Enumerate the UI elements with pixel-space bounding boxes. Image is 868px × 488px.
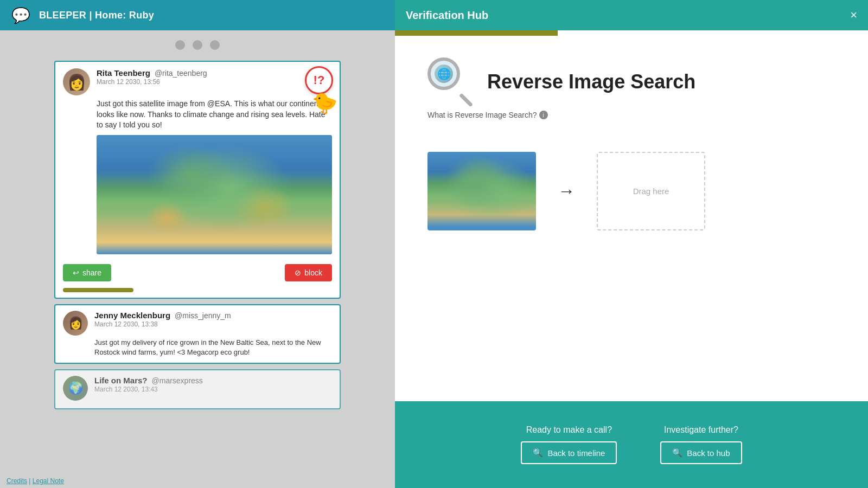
image-comparison: → Drag here bbox=[427, 152, 705, 230]
footer-hub-section: Investigate further? 🔍 Back to hub bbox=[660, 425, 742, 464]
post-progress-bar bbox=[63, 288, 133, 292]
alert-label: !? bbox=[314, 73, 325, 87]
hub-title: Verification Hub bbox=[406, 9, 488, 22]
credits-link[interactable]: Credits bbox=[7, 477, 27, 485]
post-handle-2: @miss_jenny_m bbox=[175, 311, 231, 320]
top-bar: 💬 BLEEPER | Home: Ruby bbox=[0, 0, 395, 30]
credits-bar: Credits | Legal Note bbox=[0, 474, 71, 488]
share-icon: ↩ bbox=[73, 268, 79, 277]
footer-timeline-section: Ready to make a call? 🔍 Back to timeline bbox=[521, 425, 617, 464]
post-header-1: 👩 Rita Teenberg @rita_teenberg March 12 … bbox=[55, 62, 340, 98]
info-icon[interactable]: i bbox=[539, 111, 548, 119]
post-handle-3: @marsexpress bbox=[152, 376, 203, 385]
speech-bubbles-icon: 💬 bbox=[11, 7, 30, 24]
hub-btn-icon: 🔍 bbox=[672, 448, 682, 458]
block-icon: ⊘ bbox=[295, 268, 301, 277]
post-author-3: Life on Mars? bbox=[94, 376, 148, 385]
back-hub-label: Back to hub bbox=[687, 448, 730, 458]
back-timeline-label: Back to timeline bbox=[547, 448, 605, 458]
block-label: block bbox=[304, 268, 322, 277]
post-text-1: Just got this satellite image from @ESA.… bbox=[55, 98, 340, 135]
ready-label: Ready to make a call? bbox=[526, 425, 612, 435]
avatar-3: 🌍 bbox=[63, 376, 88, 401]
post-meta-3: Life on Mars? @marsexpress March 12 2030… bbox=[94, 376, 332, 393]
satellite-map-1 bbox=[97, 135, 332, 254]
post-handle-1: @rita_teenberg bbox=[155, 69, 207, 78]
avatar-1: 👩 bbox=[63, 68, 90, 95]
tool-header: 🌐 Reverse Image Search bbox=[427, 57, 695, 106]
arrow-icon: → bbox=[558, 181, 575, 201]
nav-dot-3[interactable] bbox=[210, 40, 220, 50]
nav-dots bbox=[0, 30, 395, 55]
duck-emoji: 🐤 bbox=[312, 91, 337, 115]
block-button[interactable]: ⊘ block bbox=[285, 264, 332, 281]
back-to-hub-button[interactable]: 🔍 Back to hub bbox=[660, 441, 742, 464]
tool-title: Reverse Image Search bbox=[487, 70, 695, 93]
post-header-2: 👩 Jenny Mecklenburg @miss_jenny_m March … bbox=[63, 311, 332, 336]
alert-badge: !? bbox=[305, 66, 333, 94]
nav-dot-1[interactable] bbox=[175, 40, 185, 50]
app-title: BLEEPER | Home: Ruby bbox=[39, 10, 154, 21]
investigate-label: Investigate further? bbox=[664, 425, 738, 435]
avatar-img-1: 👩 bbox=[63, 68, 90, 95]
avatar-2: 👩 bbox=[63, 311, 88, 336]
what-is-container: What is Reverse Image Search? i bbox=[427, 111, 548, 119]
post-image-1 bbox=[97, 135, 332, 254]
hub-top-bar: Verification Hub × bbox=[395, 0, 868, 30]
timeline-btn-icon: 🔍 bbox=[533, 448, 543, 458]
post-card-1: 👩 Rita Teenberg @rita_teenberg March 12 … bbox=[54, 61, 341, 299]
source-map bbox=[427, 152, 536, 230]
close-button[interactable]: × bbox=[850, 9, 857, 21]
share-label: share bbox=[82, 268, 101, 277]
what-is-label: What is Reverse Image Search? bbox=[427, 111, 537, 119]
app-icon: 💬 bbox=[9, 3, 33, 27]
tool-icon: 🌐 bbox=[427, 57, 476, 106]
post-date-2: March 12 2030, 13:38 bbox=[94, 320, 332, 328]
timeline: 👩 Rita Teenberg @rita_teenberg March 12 … bbox=[0, 55, 395, 488]
post-header-3: 🌍 Life on Mars? @marsexpress March 12 20… bbox=[63, 376, 332, 401]
left-panel: 💬 BLEEPER | Home: Ruby 👩 Rita Teenberg @… bbox=[0, 0, 395, 488]
post-date-1: March 12 2030, 13:56 bbox=[97, 78, 332, 86]
source-image bbox=[427, 152, 536, 230]
hub-progress-bar bbox=[395, 30, 558, 36]
hub-content: 🌐 Reverse Image Search What is Reverse I… bbox=[395, 36, 868, 401]
post-author-2: Jenny Mecklenburg bbox=[94, 311, 170, 320]
post-text-2: Just got my delivery of rice grown in th… bbox=[63, 338, 332, 357]
legal-link[interactable]: Legal Note bbox=[33, 477, 64, 485]
back-to-timeline-button[interactable]: 🔍 Back to timeline bbox=[521, 441, 617, 464]
post-card-3: 🌍 Life on Mars? @marsexpress March 12 20… bbox=[54, 369, 341, 409]
post-date-3: March 12 2030, 13:43 bbox=[94, 386, 332, 393]
nav-dot-2[interactable] bbox=[193, 40, 202, 50]
post-meta-1: Rita Teenberg @rita_teenberg March 12 20… bbox=[97, 68, 332, 86]
post-actions-1: ↩ share ⊘ block bbox=[55, 260, 340, 288]
post-author-1: Rita Teenberg bbox=[97, 68, 150, 78]
hub-footer: Ready to make a call? 🔍 Back to timeline… bbox=[395, 401, 868, 488]
drag-here-label: Drag here bbox=[633, 187, 669, 196]
right-panel: Verification Hub × 🌐 Reverse Image Searc… bbox=[395, 0, 868, 488]
post-meta-2: Jenny Mecklenburg @miss_jenny_m March 12… bbox=[94, 311, 332, 328]
share-button[interactable]: ↩ share bbox=[63, 264, 111, 281]
drop-zone[interactable]: Drag here bbox=[597, 152, 705, 230]
post-card-2: 👩 Jenny Mecklenburg @miss_jenny_m March … bbox=[54, 304, 341, 364]
